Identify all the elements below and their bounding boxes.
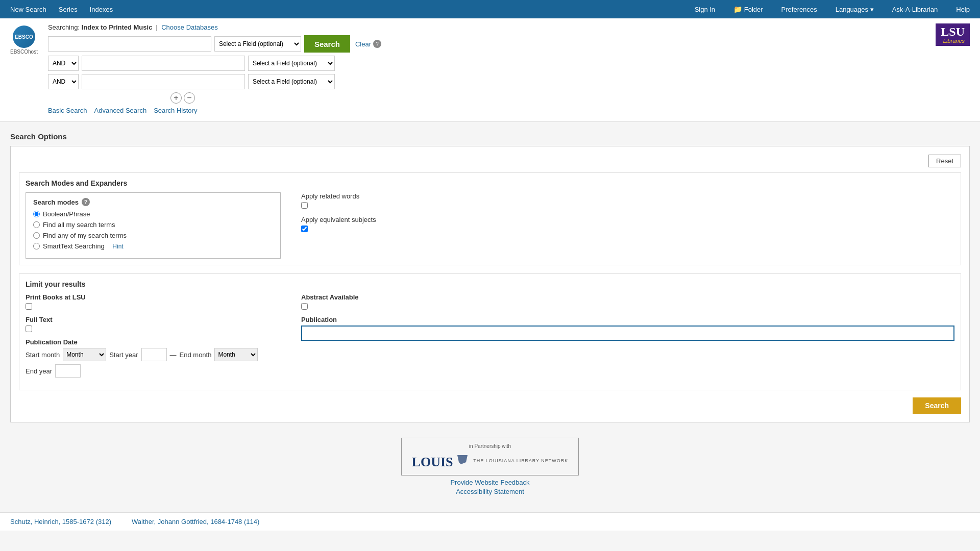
search-area: Searching: Index to Printed Music | Choo… bbox=[48, 23, 925, 114]
publication-date-label: Publication Date bbox=[26, 338, 281, 346]
radio-smarttext: SmartText Searching Hint bbox=[33, 242, 273, 250]
radio-find-any-input[interactable] bbox=[33, 232, 40, 239]
end-month-select[interactable]: Month JanuaryFebruaryMarch AprilMayJune … bbox=[214, 348, 258, 361]
print-books-checkbox-label bbox=[26, 303, 281, 310]
full-text-checkbox[interactable] bbox=[26, 325, 32, 332]
folder-icon: 📁 bbox=[733, 5, 742, 13]
reset-button[interactable]: Reset bbox=[928, 155, 961, 167]
apply-related-words-item: Apply related words bbox=[301, 192, 359, 209]
apply-equivalent-subjects-checkbox-label bbox=[301, 226, 376, 232]
radio-smarttext-input[interactable] bbox=[33, 243, 40, 249]
publication-label: Publication bbox=[301, 316, 954, 323]
search-options-section: Reset Search Modes and Expanders Search … bbox=[10, 146, 970, 422]
full-text-label: Full Text bbox=[26, 316, 281, 323]
modes-row: Search modes ? Boolean/Phrase Find all m… bbox=[26, 192, 954, 259]
footer-search-row: Search bbox=[19, 397, 961, 414]
accessibility-link[interactable]: Accessibility Statement bbox=[15, 488, 965, 495]
apply-equivalent-subjects-checkbox[interactable] bbox=[301, 226, 308, 232]
choose-databases-link[interactable]: Choose Databases bbox=[161, 23, 218, 31]
search-input-2[interactable] bbox=[82, 56, 245, 71]
abstract-available-checkbox-label bbox=[301, 303, 954, 310]
smarttext-hint-link[interactable]: Hint bbox=[112, 243, 123, 250]
languages-label: Languages bbox=[836, 6, 868, 13]
search-row-3: ANDORNOT Select a Field (optional) bbox=[48, 74, 925, 89]
search-button[interactable]: Search bbox=[304, 35, 350, 53]
radio-find-all-input[interactable] bbox=[33, 221, 40, 228]
start-month-select[interactable]: Month JanuaryFebruaryMarch AprilMayJune … bbox=[63, 348, 106, 361]
end-year-input[interactable] bbox=[55, 364, 81, 378]
lsu-logo: LSU Libraries bbox=[936, 23, 970, 46]
search-modes-help-icon[interactable]: ? bbox=[82, 198, 90, 206]
apply-row: Apply related words Apply equivalent sub… bbox=[301, 192, 954, 232]
clear-help-icon[interactable]: ? bbox=[373, 40, 381, 48]
end-year-label: End year bbox=[26, 367, 52, 375]
folder-link[interactable]: 📁 Folder bbox=[728, 1, 768, 17]
search-bottom-button[interactable]: Search bbox=[913, 397, 961, 414]
louis-logo-main: LOUIS bbox=[412, 451, 471, 470]
apply-equivalent-subjects-label: Apply equivalent subjects bbox=[301, 216, 376, 223]
top-nav-left: New Search Series Indexes bbox=[5, 2, 118, 17]
radio-find-any-label: Find any of my search terms bbox=[43, 232, 127, 239]
limit-results-box: Limit your results Print Books at LSU Fu… bbox=[19, 273, 961, 390]
limit-title: Limit your results bbox=[26, 280, 954, 288]
bottom-item-2: Walther, Johann Gottfried, 1684-1748 (11… bbox=[132, 518, 259, 525]
start-year-input[interactable] bbox=[141, 348, 167, 361]
abstract-available-item: Abstract Available bbox=[301, 293, 954, 310]
reset-row: Reset bbox=[19, 155, 961, 167]
radio-boolean-input[interactable] bbox=[33, 211, 40, 217]
field-select-3[interactable]: Select a Field (optional) bbox=[248, 74, 335, 89]
apply-related-words-checkbox[interactable] bbox=[301, 202, 308, 209]
modes-expanders-title: Search Modes and Expanders bbox=[26, 179, 954, 187]
search-options-title: Search Options bbox=[10, 132, 970, 141]
print-books-checkbox[interactable] bbox=[26, 303, 32, 310]
publication-input[interactable] bbox=[301, 325, 954, 341]
search-modes-box: Search modes ? Boolean/Phrase Find all m… bbox=[26, 192, 281, 259]
ebsco-host-label: EBSCOhost bbox=[10, 49, 38, 55]
search-row-2: ANDORNOT Select a Field (optional) bbox=[48, 56, 925, 71]
help-link[interactable]: Help bbox=[951, 2, 975, 17]
lsu-text: LSU bbox=[941, 26, 965, 38]
remove-row-button[interactable]: − bbox=[184, 92, 195, 104]
add-remove-row: + − bbox=[170, 92, 925, 104]
languages-link[interactable]: Languages ▾ bbox=[830, 2, 879, 17]
search-input-1[interactable] bbox=[48, 36, 211, 52]
sign-in-link[interactable]: Sign In bbox=[690, 2, 720, 17]
header-area: EBSCO EBSCOhost Searching: Index to Prin… bbox=[0, 18, 980, 122]
ebsco-logo-circle: EBSCO bbox=[13, 26, 35, 48]
ask-librarian-link[interactable]: Ask-A-Librarian bbox=[887, 2, 943, 17]
search-input-3[interactable] bbox=[82, 74, 245, 89]
indexes-link[interactable]: Indexes bbox=[85, 2, 118, 17]
date-dash: — bbox=[170, 351, 177, 359]
louis-partner-text: in Partnership with bbox=[412, 443, 569, 449]
bottom-link-1[interactable]: Schutz, Heinrich, 1585-1672 (312) bbox=[10, 518, 111, 525]
bottom-link-2[interactable]: Walther, Johann Gottfried, 1684-1748 (11… bbox=[132, 518, 259, 525]
abstract-available-checkbox[interactable] bbox=[301, 303, 308, 310]
searching-text: Searching: Index to Printed Music | Choo… bbox=[48, 23, 925, 31]
full-text-item: Full Text bbox=[26, 316, 281, 332]
full-text-checkbox-label bbox=[26, 325, 281, 332]
radio-find-any: Find any of my search terms bbox=[33, 232, 273, 239]
publication-date-item: Publication Date Start month Month Janua… bbox=[26, 338, 281, 378]
radio-smarttext-label: SmartText Searching bbox=[43, 242, 105, 250]
advanced-search-link[interactable]: Advanced Search bbox=[94, 107, 147, 114]
basic-search-link[interactable]: Basic Search bbox=[48, 107, 87, 114]
apply-related-words-label: Apply related words bbox=[301, 192, 359, 200]
search-modes-label: Search modes bbox=[33, 198, 79, 206]
boolean-select-2[interactable]: ANDORNOT bbox=[48, 74, 79, 89]
preferences-link[interactable]: Preferences bbox=[776, 2, 822, 17]
search-row-1: Select a Field (optional) Search Clear ? bbox=[48, 35, 925, 53]
search-modes-header: Search modes ? bbox=[33, 198, 273, 206]
top-navigation: New Search Series Indexes Sign In 📁 Fold… bbox=[0, 0, 980, 18]
boolean-select-1[interactable]: ANDORNOT bbox=[48, 56, 79, 71]
folder-label: Folder bbox=[744, 6, 763, 13]
new-search-link[interactable]: New Search bbox=[5, 2, 52, 17]
radio-boolean-label: Boolean/Phrase bbox=[43, 210, 90, 218]
lsu-libraries-text: Libraries bbox=[943, 38, 965, 44]
field-select-2[interactable]: Select a Field (optional) bbox=[248, 56, 335, 71]
clear-link[interactable]: Clear bbox=[355, 40, 371, 48]
search-history-link[interactable]: Search History bbox=[154, 107, 197, 114]
feedback-link[interactable]: Provide Website Feedback bbox=[15, 479, 965, 486]
add-row-button[interactable]: + bbox=[170, 92, 182, 104]
field-select-1[interactable]: Select a Field (optional) bbox=[214, 36, 301, 52]
series-link[interactable]: Series bbox=[54, 2, 83, 17]
